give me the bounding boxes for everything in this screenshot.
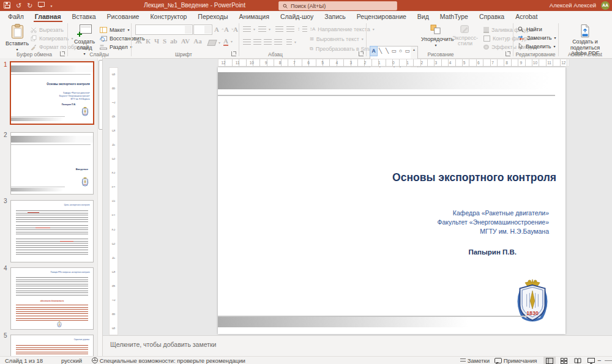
shape-4-icon[interactable]: ○ bbox=[397, 46, 404, 56]
tab-Вставка[interactable]: Вставка bbox=[67, 11, 102, 22]
tab-Конструктор[interactable]: Конструктор bbox=[144, 11, 192, 22]
slide-thumbnail-5[interactable]: Скрытые угрозы: bbox=[10, 335, 94, 356]
quick-styles-icon bbox=[460, 24, 471, 34]
columns-button[interactable]: ▾ bbox=[286, 38, 296, 46]
arrange-button[interactable]: Упорядочить ▾ bbox=[421, 24, 450, 48]
start-slideshow-icon[interactable] bbox=[38, 2, 45, 9]
avatar[interactable]: АА bbox=[601, 1, 610, 10]
zoom-slider[interactable] bbox=[605, 360, 612, 361]
font-size-combo[interactable] bbox=[193, 24, 212, 35]
shape-fill-icon bbox=[483, 27, 489, 33]
line-spacing-button[interactable]: ↕ bbox=[297, 25, 307, 33]
normal-view-icon bbox=[546, 358, 553, 364]
font-button-4[interactable]: ab bbox=[170, 37, 177, 45]
tab-Файл[interactable]: Файл bbox=[2, 11, 29, 22]
v-ruler-mark: 7 bbox=[107, 102, 120, 104]
redo-icon[interactable]: ↻ bbox=[27, 2, 32, 10]
decrease-indent-button[interactable] bbox=[275, 25, 283, 33]
shape-0-icon[interactable]: A bbox=[370, 46, 377, 56]
clear-format-button[interactable]: А bbox=[233, 25, 238, 33]
font-button-2[interactable]: Ч bbox=[154, 37, 159, 45]
clipboard-dialog-launcher[interactable] bbox=[60, 51, 65, 56]
shape-2-icon[interactable]: ╲ bbox=[384, 46, 390, 56]
text-direction-button[interactable]: ↕AНаправление текста▾ bbox=[310, 25, 375, 33]
drawing-group-label: Рисование bbox=[404, 51, 477, 58]
tab-Слайд-шоу[interactable]: Слайд-шоу bbox=[275, 11, 319, 22]
align-left-icon bbox=[243, 39, 251, 45]
align-right-button[interactable] bbox=[264, 38, 272, 46]
slide-thumbnail-3[interactable]: Цель экспортного контроля bbox=[10, 200, 94, 262]
slide-thumbnail-2[interactable]: Введение bbox=[10, 132, 94, 195]
font-dialog-launcher[interactable] bbox=[231, 51, 236, 56]
font-button-6[interactable]: Aa bbox=[193, 37, 201, 45]
quick-styles-button[interactable]: Экспресс-стили bbox=[452, 24, 479, 46]
replace-button[interactable]: Заменить▾ bbox=[518, 34, 556, 42]
slide-counter: Слайд 1 из 18 bbox=[5, 357, 43, 364]
font-button-1[interactable]: К bbox=[146, 37, 151, 45]
font-name-combo[interactable] bbox=[135, 24, 193, 35]
cut-button[interactable]: Вырезать bbox=[31, 26, 64, 34]
shape-3-icon[interactable]: ▭ bbox=[390, 46, 397, 56]
tab-MathType[interactable]: MathType bbox=[435, 11, 474, 22]
tab-Справка[interactable]: Справка bbox=[474, 11, 510, 22]
shrink-font-button[interactable]: А˅ bbox=[224, 25, 233, 33]
font-button-3[interactable]: S bbox=[163, 37, 166, 45]
tab-Анимация[interactable]: Анимация bbox=[234, 11, 275, 22]
search-box[interactable]: Поиск (Alt+Ы) bbox=[278, 1, 397, 10]
paste-button[interactable]: Вставить ▾ bbox=[5, 24, 29, 53]
grow-font-button[interactable]: А˄ bbox=[214, 25, 223, 33]
layout-button[interactable]: Макет▾ bbox=[100, 26, 130, 34]
tab-Acrobat[interactable]: Acrobat bbox=[510, 11, 543, 22]
language-indicator[interactable]: русский bbox=[61, 357, 82, 364]
notes-placeholder: Щелкните, чтобы добавить заметки bbox=[110, 341, 216, 348]
tab-Главная[interactable]: Главная bbox=[29, 11, 67, 22]
save-icon[interactable] bbox=[4, 2, 10, 10]
section-button[interactable]: Раздел▾ bbox=[100, 43, 132, 51]
align-text-button[interactable]: ⊞Выровнять текст▾ bbox=[310, 35, 364, 43]
tab-Рецензирование[interactable]: Рецензирование bbox=[351, 11, 412, 22]
v-ruler-mark: 2 bbox=[107, 172, 120, 174]
notes-toggle[interactable]: Заметки bbox=[460, 357, 490, 364]
shape-1-icon[interactable]: ╲ bbox=[377, 46, 384, 56]
tab-Переходы[interactable]: Переходы bbox=[192, 11, 233, 22]
slideshow-view-button[interactable] bbox=[585, 357, 597, 364]
slide-author[interactable]: Папырин П.В. bbox=[468, 248, 517, 256]
justify-button[interactable] bbox=[274, 38, 282, 46]
align-left-button[interactable] bbox=[243, 38, 251, 46]
font-color-button[interactable]: А▾ bbox=[223, 37, 233, 45]
align-center-button[interactable] bbox=[253, 38, 261, 46]
slide-canvas[interactable]: Основы экспортного контроля Кафедра «Рак… bbox=[218, 67, 565, 334]
h-ruler-mark: 2 bbox=[362, 61, 369, 65]
align-center-icon bbox=[253, 39, 261, 45]
accessibility-checker[interactable]: Специальные возможности: проверьте реком… bbox=[92, 357, 245, 364]
slide-subtitle[interactable]: Кафедра «Ракетные двигатели» Факультет «… bbox=[438, 209, 549, 236]
bullets-button[interactable]: ▾ bbox=[243, 25, 255, 33]
highlight-color-button[interactable]: ▾ bbox=[208, 39, 220, 46]
slide-thumbnail-4[interactable]: Позиция РФ в вопросах экспортного контро… bbox=[10, 267, 94, 330]
slide-sorter-view-button[interactable] bbox=[558, 357, 570, 364]
undo-icon[interactable]: ↺ bbox=[16, 2, 21, 10]
h-ruler-mark: 8 bbox=[503, 61, 510, 65]
drawing-dialog-launcher[interactable] bbox=[506, 51, 510, 56]
normal-view-button[interactable] bbox=[543, 357, 556, 364]
increase-indent-button[interactable] bbox=[286, 25, 294, 33]
zoom-out-button[interactable]: − bbox=[597, 357, 601, 364]
customize-qat-icon[interactable]: ▾ bbox=[50, 4, 52, 8]
numbering-button[interactable]: ▾ bbox=[258, 25, 271, 33]
notes-pane[interactable]: Щелкните, чтобы добавить заметки bbox=[103, 335, 612, 357]
reading-view-button[interactable] bbox=[572, 357, 584, 364]
user-name[interactable]: Алексей Алексей bbox=[550, 0, 596, 11]
font-button-5[interactable]: AV bbox=[181, 37, 190, 45]
tab-Рисование[interactable]: Рисование bbox=[102, 11, 145, 22]
v-ruler-mark: 2 bbox=[107, 228, 120, 231]
font-button-0[interactable]: Ж bbox=[135, 37, 142, 45]
select-button[interactable]: Выделить▾ bbox=[518, 42, 556, 50]
highlighter-icon bbox=[207, 40, 217, 46]
comments-toggle[interactable]: Примечания bbox=[494, 357, 537, 364]
find-button[interactable]: Найти bbox=[518, 25, 542, 33]
tab-Запись[interactable]: Запись bbox=[319, 11, 351, 22]
slide-title[interactable]: Основы экспортного контроля bbox=[392, 171, 556, 184]
paragraph-dialog-launcher[interactable] bbox=[359, 51, 364, 56]
slide-thumbnail-1[interactable]: Основы экспортного контроля Кафедра «Рак… bbox=[10, 61, 94, 125]
tab-Вид[interactable]: Вид bbox=[412, 11, 435, 22]
